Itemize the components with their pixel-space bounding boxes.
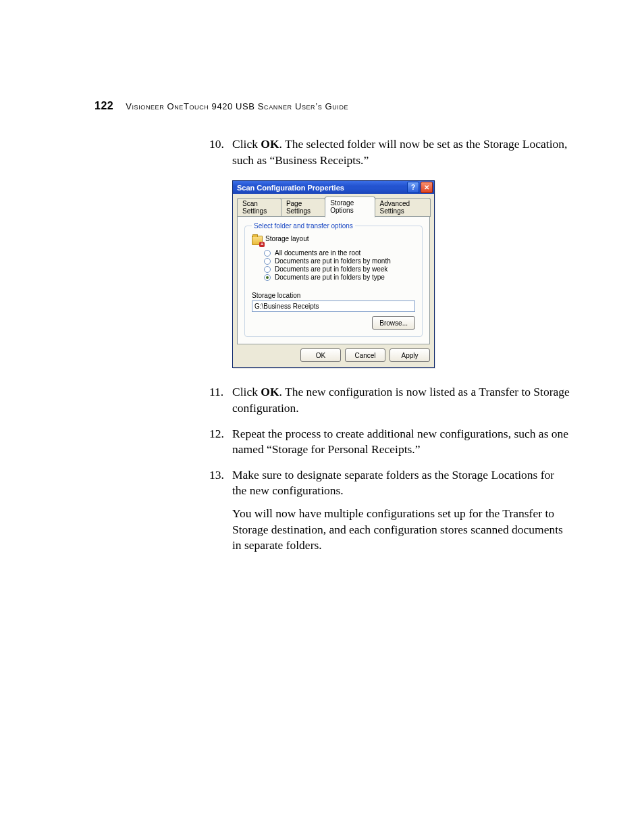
folder-icon: + [252,236,263,245]
cancel-button[interactable]: Cancel [345,348,385,362]
tab-advanced-settings[interactable]: Advanced Settings [375,198,431,217]
step-number: 10. [209,136,224,153]
ok-button[interactable]: OK [300,348,341,362]
step-text-bold: OK [261,137,279,151]
radio-label: Documents are put in folders by week [275,265,387,273]
step-text-pre: Click [232,385,261,398]
radio-root[interactable]: All documents are in the root [264,249,415,257]
running-header: 122 Visioneer OneTouch 9420 USB Scanner … [95,100,570,112]
folder-transfer-group: Select folder and transfer options + Sto… [244,222,423,337]
storage-layout-label: Storage layout [265,235,309,242]
page-number: 122 [95,100,113,112]
tab-bar: Scan Settings Page Settings Storage Opti… [237,197,430,217]
step-13: 13. Make sure to designate separate fold… [209,467,570,554]
step-10: 10. Click OK. The selected folder will n… [209,136,570,168]
step-12: 12. Repeat the process to create additio… [209,426,570,458]
step-text-post: . The selected folder will now be set as… [232,137,567,167]
radio-by-month[interactable]: Documents are put in folders by month [264,257,415,265]
radio-icon [264,266,271,273]
step-11: 11. Click OK. The new configuration is n… [209,384,570,416]
help-button[interactable]: ? [407,182,419,193]
guide-title: Visioneer OneTouch 9420 USB Scanner User… [126,101,348,111]
dialog-titlebar: Scan Configuration Properties ? ✕ [233,181,434,194]
radio-label: Documents are put in folders by month [275,257,391,265]
step-text: Make sure to designate separate folders … [232,468,554,498]
step-number: 13. [209,467,224,484]
group-legend: Select folder and transfer options [252,222,355,230]
browse-button[interactable]: Browse... [372,316,415,330]
storage-path-input[interactable] [252,301,415,312]
tab-storage-options[interactable]: Storage Options [325,197,375,217]
help-icon: ? [411,184,415,191]
step-number: 12. [209,426,224,442]
radio-icon [264,274,271,281]
step-text-post: . The new configuration is now listed as… [232,385,570,415]
step-text-bold: OK [261,385,279,398]
step-13-followup: You will now have multiple configuration… [232,506,570,554]
storage-location-label: Storage location [252,292,415,299]
step-number: 11. [209,384,223,400]
radio-icon [264,250,271,257]
radio-by-week[interactable]: Documents are put in folders by week [264,265,415,273]
radio-by-type[interactable]: Documents are put in folders by type [264,273,415,281]
close-icon: ✕ [424,184,429,191]
step-text: Repeat the process to create additional … [232,427,568,457]
apply-button[interactable]: Apply [390,348,430,362]
tab-page-settings[interactable]: Page Settings [281,198,325,217]
close-button[interactable]: ✕ [421,182,433,193]
scan-config-dialog: Scan Configuration Properties ? ✕ Scan S… [232,180,435,368]
radio-label: All documents are in the root [275,249,360,257]
radio-icon [264,258,271,265]
step-text-pre: Click [232,137,261,151]
tab-scan-settings[interactable]: Scan Settings [237,198,281,217]
dialog-title: Scan Configuration Properties [237,184,344,192]
tab-panel: Select folder and transfer options + Sto… [237,216,430,344]
radio-label: Documents are put in folders by type [275,273,385,281]
